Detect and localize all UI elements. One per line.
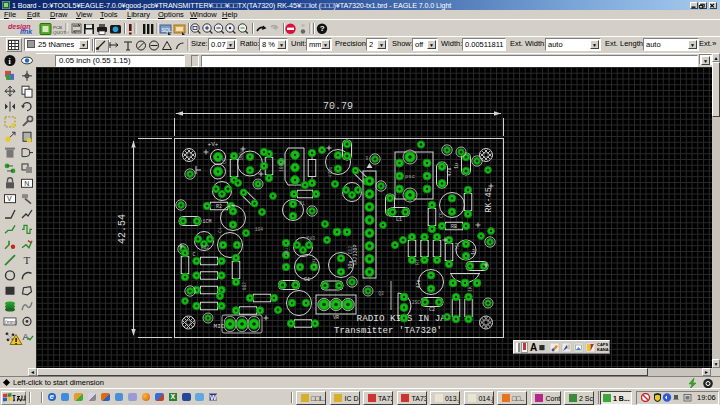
svg-text:10u: 10u bbox=[284, 248, 289, 257]
svg-text:47u: 47u bbox=[416, 279, 422, 288]
svg-text:1K: 1K bbox=[468, 286, 473, 292]
svg-text:C4: C4 bbox=[218, 227, 223, 233]
svg-text:470u: 470u bbox=[328, 166, 333, 177]
svg-text:1u: 1u bbox=[454, 163, 460, 169]
svg-text:C2: C2 bbox=[429, 307, 435, 313]
svg-text:683: 683 bbox=[307, 236, 316, 241]
svg-text:C9: C9 bbox=[222, 158, 227, 164]
svg-text:SQL: SQL bbox=[162, 27, 172, 33]
svg-text:Transmitter 'TA7320': Transmitter 'TA7320' bbox=[334, 326, 442, 336]
svg-text:C12: C12 bbox=[348, 246, 353, 255]
svg-text:TC1: TC1 bbox=[455, 242, 460, 251]
svg-text:R1: R1 bbox=[299, 201, 305, 206]
svg-text:104: 104 bbox=[255, 227, 264, 232]
svg-text:C8: C8 bbox=[439, 212, 444, 218]
svg-text:100u: 100u bbox=[239, 149, 244, 160]
svg-text:2SC: 2SC bbox=[412, 300, 421, 305]
svg-text:L1: L1 bbox=[396, 217, 402, 223]
svg-text:682: 682 bbox=[242, 282, 247, 291]
svg-text:link: link bbox=[20, 28, 33, 35]
svg-text:C: C bbox=[192, 252, 195, 258]
svg-text:A: A bbox=[23, 332, 29, 342]
svg-text:RB: RB bbox=[451, 224, 457, 230]
svg-text:9: 9 bbox=[366, 156, 369, 161]
svg-text:C1: C1 bbox=[304, 277, 310, 283]
svg-text:70.79: 70.79 bbox=[323, 101, 353, 112]
svg-text:+V+: +V+ bbox=[208, 141, 219, 148]
svg-text:Q3: Q3 bbox=[378, 291, 384, 296]
svg-text:1u: 1u bbox=[471, 249, 477, 255]
svg-text:R7: R7 bbox=[415, 259, 420, 265]
svg-text:1000u: 1000u bbox=[279, 158, 284, 172]
svg-text:42.54: 42.54 bbox=[117, 214, 128, 244]
svg-text:47u: 47u bbox=[447, 167, 453, 176]
svg-text:V: V bbox=[7, 195, 12, 202]
svg-text:psc: psc bbox=[405, 173, 415, 180]
svg-text:?: ? bbox=[320, 24, 325, 33]
svg-text:R12: R12 bbox=[201, 245, 210, 250]
svg-text:T: T bbox=[23, 254, 30, 266]
svg-text:R2: R2 bbox=[216, 204, 222, 210]
svg-text:MIC: MIC bbox=[214, 323, 225, 330]
svg-text:(mm): (mm) bbox=[5, 318, 17, 324]
svg-text:RK-45: RK-45 bbox=[484, 187, 494, 213]
svg-text:N: N bbox=[24, 180, 29, 187]
svg-text:10u: 10u bbox=[348, 260, 354, 269]
svg-text:1CM: 1CM bbox=[202, 219, 211, 225]
svg-text:VR: VR bbox=[333, 315, 339, 321]
svg-text:471: 471 bbox=[313, 258, 318, 267]
